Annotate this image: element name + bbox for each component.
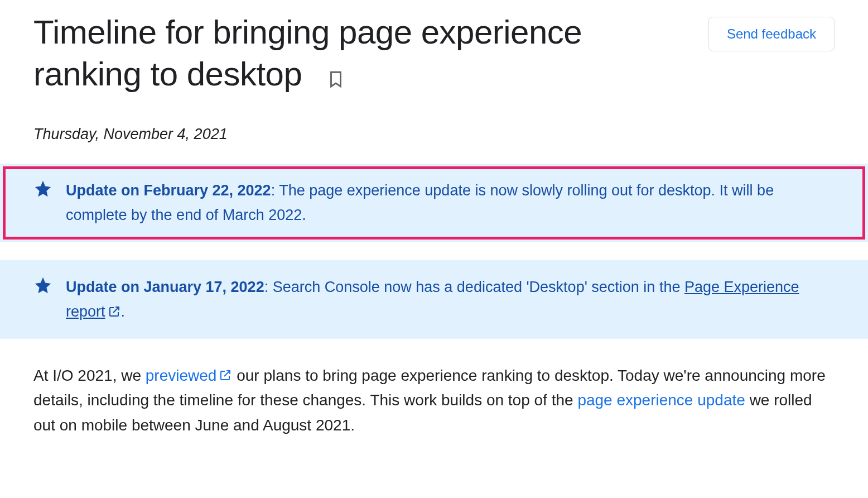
bookmark-icon[interactable] xyxy=(326,70,345,89)
page-experience-update-link[interactable]: page experience update xyxy=(577,391,745,409)
update-callout: Update on January 17, 2022: Search Conso… xyxy=(0,260,868,339)
publish-date: Thursday, November 4, 2021 xyxy=(0,95,868,146)
callout-body-before: : Search Console now has a dedicated 'De… xyxy=(264,279,684,295)
external-link-icon xyxy=(219,368,232,382)
header-row: Timeline for bringing page experience ra… xyxy=(0,0,868,95)
title-block: Timeline for bringing page experience ra… xyxy=(33,11,686,95)
send-feedback-button[interactable]: Send feedback xyxy=(708,17,835,51)
page-title-text: Timeline for bringing page experience ra… xyxy=(33,13,582,93)
callout-label: Update on January 17, 2022 xyxy=(66,279,264,295)
article-body: At I/O 2021, we previewed our plans to b… xyxy=(0,339,868,438)
update-callout: Update on February 22, 2022: The page ex… xyxy=(0,164,868,242)
star-icon xyxy=(33,276,52,301)
previewed-link[interactable]: previewed xyxy=(146,367,233,384)
callout-text: Update on February 22, 2022: The page ex… xyxy=(66,178,835,228)
callout-text: Update on January 17, 2022: Search Conso… xyxy=(66,275,835,324)
callout-label: Update on February 22, 2022 xyxy=(66,182,271,199)
callout-body-after: . xyxy=(121,303,126,320)
star-icon xyxy=(33,179,52,205)
link-text: previewed xyxy=(146,367,217,384)
external-link-icon xyxy=(108,305,121,318)
page-title: Timeline for bringing page experience ra… xyxy=(33,11,686,95)
body-seg1: At I/O 2021, we xyxy=(33,367,146,384)
article-container: Timeline for bringing page experience ra… xyxy=(0,0,868,461)
